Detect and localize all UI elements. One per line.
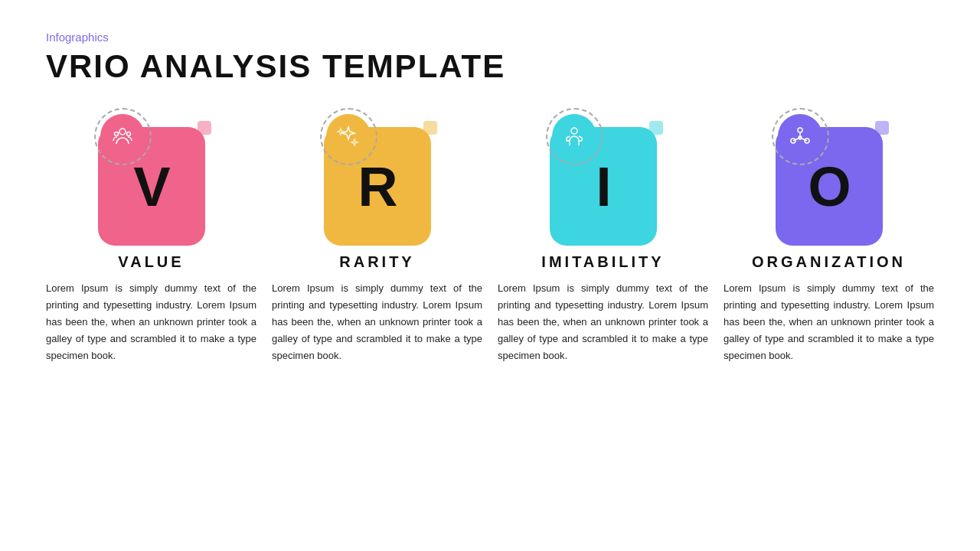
svg-point-2 <box>126 132 130 136</box>
icon-circle-wrapper-value <box>94 108 152 165</box>
icon-circle-wrapper-rarity <box>320 108 377 165</box>
card-value: V <box>46 108 256 364</box>
card-title-value: VALUE <box>118 253 184 271</box>
svg-point-3 <box>571 128 577 134</box>
svg-point-0 <box>119 129 126 135</box>
card-organization: O <box>724 108 934 364</box>
icon-circle-value <box>100 114 145 158</box>
icon-circle-wrapper-imitability <box>546 108 603 165</box>
svg-point-1 <box>114 132 118 136</box>
svg-point-4 <box>798 128 802 132</box>
page-wrapper: Infographics VRIO ANALYSIS TEMPLATE V <box>0 0 980 551</box>
card-text-imitability: Lorem Ipsum is simply dummy text of the … <box>498 280 708 364</box>
icon-circle-organization <box>778 114 822 158</box>
card-text-rarity: Lorem Ipsum is simply dummy text of the … <box>272 280 482 364</box>
card-imitability: I IMITABILITY Lorem <box>498 108 708 364</box>
category-label: Infographics <box>46 31 934 44</box>
card-rarity: R RARITY Lorem Ipsum is simply dumm <box>272 108 482 364</box>
icon-area-organization: O <box>764 108 894 246</box>
rarity-icon <box>336 124 361 148</box>
icon-area-rarity: R <box>312 108 443 246</box>
icon-area-imitability: I <box>538 108 668 246</box>
icon-area-value: V <box>87 108 217 246</box>
card-text-value: Lorem Ipsum is simply dummy text of the … <box>46 280 256 364</box>
card-title-imitability: IMITABILITY <box>541 253 664 271</box>
page-title: VRIO ANALYSIS TEMPLATE <box>46 48 934 85</box>
header-section: Infographics VRIO ANALYSIS TEMPLATE <box>46 31 934 85</box>
value-icon <box>110 124 135 148</box>
icon-circle-rarity <box>326 114 371 158</box>
card-title-organization: ORGANIZATION <box>752 253 906 271</box>
cards-row: V <box>46 108 934 364</box>
card-title-rarity: RARITY <box>339 253 414 271</box>
card-text-organization: Lorem Ipsum is simply dummy text of the … <box>724 280 934 364</box>
icon-circle-wrapper-organization <box>772 108 829 165</box>
imitability-icon <box>562 124 586 148</box>
icon-circle-imitability <box>552 114 596 158</box>
organization-icon <box>788 124 812 148</box>
